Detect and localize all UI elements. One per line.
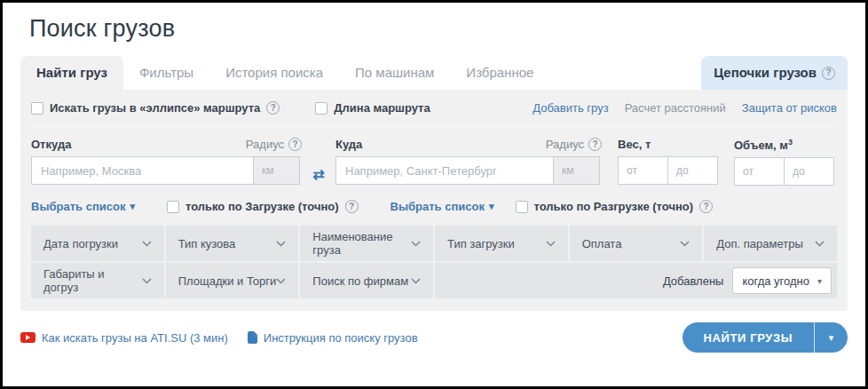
chevron-down-icon <box>411 278 421 284</box>
weight-label: Вес, т <box>618 138 651 151</box>
ellipse-checkbox-label: Искать грузы в «эллипсе» маршрута <box>50 101 260 115</box>
origin-radius-label: Радиус <box>246 138 284 151</box>
search-button-group: НАЙТИ ГРУЗЫ ▾ <box>683 322 848 353</box>
caret-down-icon: ▾ <box>489 201 494 212</box>
chevron-down-icon <box>276 278 286 284</box>
ellipse-checkbox-group: Искать грузы в «эллипсе» маршрута ? <box>31 101 280 115</box>
filter-dropdown-firms[interactable]: Поиск по фирмам <box>300 263 433 298</box>
volume-from-input[interactable] <box>734 157 785 186</box>
filter-dropdown-cargo-name[interactable]: Наименование груза <box>300 226 433 261</box>
weight-group: Вес, т <box>618 138 718 185</box>
origin-group: Откуда Радиус ? <box>31 138 302 185</box>
chevron-down-icon <box>815 241 825 247</box>
page-title: Поиск грузов <box>29 15 865 43</box>
weight-labels: Вес, т <box>618 138 718 151</box>
weight-from-input[interactable] <box>618 156 668 185</box>
destination-label: Куда <box>335 138 362 151</box>
add-cargo-link[interactable]: Добавить груз <box>533 101 608 115</box>
destination-labels: Куда Радиус ? <box>335 138 602 151</box>
help-icon[interactable]: ? <box>822 67 835 80</box>
exact-unloading-checkbox-group: только по Разгрузке (точно) ? <box>516 200 714 213</box>
origin-input[interactable] <box>31 156 254 185</box>
tab-favorites[interactable]: Избранное <box>450 56 549 90</box>
filter-grid: Дата погрузки Тип кузова Наименование гр… <box>31 226 837 298</box>
youtube-icon <box>20 332 36 343</box>
tab-cargo-chains-label: Цепочки грузов <box>714 56 817 90</box>
options-row: Искать грузы в «эллипсе» маршрута ? Длин… <box>31 90 837 127</box>
caret-down-icon: ▾ <box>130 201 135 212</box>
exact-loading-checkbox-group: только по Загрузке (точно) ? <box>167 200 359 213</box>
filter-dropdown-loading-type[interactable]: Тип загрузки <box>435 226 568 261</box>
help-icon[interactable]: ? <box>288 138 302 151</box>
footer: Как искать грузы на ATI.SU (3 мин) Инстр… <box>20 311 848 364</box>
weight-to-input[interactable] <box>667 156 718 185</box>
chevron-down-icon <box>680 241 690 247</box>
origin-inputs <box>31 156 302 185</box>
volume-to-input[interactable] <box>784 157 834 186</box>
destination-group: Куда Радиус ? <box>335 138 602 185</box>
risk-protection-link[interactable]: Защита от рисков <box>742 101 837 115</box>
origin-radius-label-group: Радиус ? <box>246 138 302 151</box>
chevron-down-icon <box>142 241 152 247</box>
destination-pick-list-link[interactable]: Выбрать список ▾ <box>391 200 494 213</box>
volume-inputs <box>734 157 834 186</box>
list-options-row: Выбрать список ▾ только по Загрузке (точ… <box>31 200 837 213</box>
route-form: Откуда Радиус ? ⇄ Куда Радиус <box>31 138 837 188</box>
caret-down-icon: ▾ <box>817 276 822 286</box>
volume-labels: Объем, м3 <box>734 138 834 152</box>
destination-input[interactable] <box>335 156 554 185</box>
tab-search-history[interactable]: История поиска <box>209 56 339 90</box>
find-cargo-button[interactable]: НАЙТИ ГРУЗЫ <box>683 322 814 353</box>
filter-dropdown-extra-params[interactable]: Доп. параметры <box>704 226 837 261</box>
tab-by-trucks[interactable]: По машинам <box>339 56 450 90</box>
exact-loading-checkbox[interactable] <box>167 201 179 213</box>
find-cargo-dropdown-button[interactable]: ▾ <box>814 322 848 353</box>
help-icon[interactable]: ? <box>588 138 602 151</box>
weight-inputs <box>618 156 718 185</box>
app-window: Поиск грузов Найти груз Фильтры История … <box>0 0 868 389</box>
volume-group: Объем, м3 <box>734 138 834 186</box>
route-length-checkbox-label: Длина маршрута <box>334 101 430 115</box>
exact-loading-checkbox-label: только по Загрузке (точно) <box>185 200 339 213</box>
filter-dropdown-platforms[interactable]: Площадки и Торги <box>166 263 299 298</box>
destination-radius-label-group: Радиус ? <box>546 138 602 151</box>
help-icon[interactable]: ? <box>266 101 280 115</box>
destination-radius-input[interactable] <box>554 156 600 185</box>
chevron-down-icon <box>546 241 556 247</box>
document-icon <box>248 331 257 344</box>
tab-cargo-chains[interactable]: Цепочки грузов ? <box>701 56 848 90</box>
exact-unloading-checkbox-label: только по Разгрузке (точно) <box>534 200 694 213</box>
manual-link[interactable]: Инструкция по поиску грузов <box>248 331 418 345</box>
exact-unloading-checkbox[interactable] <box>516 201 528 213</box>
added-filter-cell: Добавлены когда угодно ▾ <box>435 263 837 298</box>
help-icon[interactable]: ? <box>345 200 359 213</box>
destination-radius-label: Радиус <box>546 138 584 151</box>
tab-filters[interactable]: Фильтры <box>123 56 209 90</box>
chevron-down-icon <box>411 241 421 247</box>
filter-row-2: Габариты и догруз Площадки и Торги Поиск… <box>31 263 837 298</box>
route-length-checkbox[interactable] <box>315 102 327 115</box>
help-icon[interactable]: ? <box>699 200 713 213</box>
ellipse-checkbox[interactable] <box>31 102 43 115</box>
added-label: Добавлены <box>663 274 724 288</box>
swap-directions-icon[interactable]: ⇄ <box>302 160 335 188</box>
origin-pick-list-link[interactable]: Выбрать список ▾ <box>31 200 135 213</box>
added-select[interactable]: когда угодно ▾ <box>732 267 832 294</box>
destination-inputs <box>335 156 602 185</box>
filter-row-1: Дата погрузки Тип кузова Наименование гр… <box>31 226 837 261</box>
filter-dropdown-loading-date[interactable]: Дата погрузки <box>31 226 164 261</box>
volume-label: Объем, м3 <box>734 138 793 152</box>
origin-label: Откуда <box>31 138 71 151</box>
tab-find-cargo[interactable]: Найти груз <box>20 56 123 90</box>
how-to-video-link[interactable]: Как искать грузы на ATI.SU (3 мин) <box>20 331 228 345</box>
distance-calc-link[interactable]: Расчет расстояний <box>625 101 726 115</box>
origin-labels: Откуда Радиус ? <box>31 138 302 151</box>
quick-links: Добавить груз Расчет расстояний Защита о… <box>533 101 837 115</box>
origin-radius-input[interactable] <box>254 156 300 185</box>
chevron-down-icon <box>276 241 286 247</box>
search-panel: Искать грузы в «эллипсе» маршрута ? Длин… <box>20 90 848 311</box>
tab-bar: Найти груз Фильтры История поиска По маш… <box>20 56 848 90</box>
filter-dropdown-body-type[interactable]: Тип кузова <box>166 226 299 261</box>
filter-dropdown-dimensions[interactable]: Габариты и догруз <box>31 263 164 298</box>
filter-dropdown-payment[interactable]: Оплата <box>570 226 703 261</box>
